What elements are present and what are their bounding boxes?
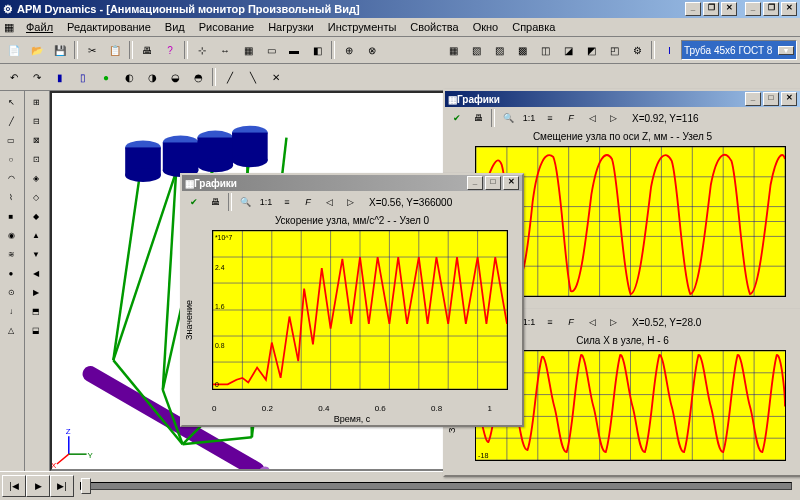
g2-close-button[interactable]: ✕ <box>781 92 797 106</box>
mod6-icon[interactable]: ◇ <box>26 188 46 206</box>
mod4-icon[interactable]: ⊡ <box>26 150 46 168</box>
view2-icon[interactable]: ▧ <box>465 39 487 61</box>
open-icon[interactable]: 📂 <box>26 39 48 61</box>
g2-zoom-icon[interactable]: 🔍 <box>498 108 518 128</box>
misc1-icon[interactable]: ◐ <box>118 66 140 88</box>
mod13-icon[interactable]: ⬓ <box>26 321 46 339</box>
new-icon[interactable]: 📄 <box>3 39 25 61</box>
g1-print-icon[interactable]: 🖶 <box>205 192 225 212</box>
close-button[interactable]: ✕ <box>721 2 737 16</box>
joint-icon[interactable]: ⊙ <box>1 283 21 301</box>
cfg-icon[interactable]: ⚙ <box>626 39 648 61</box>
mod7-icon[interactable]: ◆ <box>26 207 46 225</box>
mod10-icon[interactable]: ◀ <box>26 264 46 282</box>
mod9-icon[interactable]: ▼ <box>26 245 46 263</box>
view4-icon[interactable]: ▩ <box>511 39 533 61</box>
g3-font-icon[interactable]: F <box>561 312 581 332</box>
box-icon[interactable]: ▭ <box>260 39 282 61</box>
g2-max-button[interactable]: □ <box>763 92 779 106</box>
view3-icon[interactable]: ▨ <box>488 39 510 61</box>
print-icon[interactable]: 🖶 <box>136 39 158 61</box>
link-icon[interactable]: ↔ <box>214 39 236 61</box>
play-play-button[interactable]: ▶ <box>26 475 50 497</box>
misc4-icon[interactable]: ◓ <box>187 66 209 88</box>
g2-line-icon[interactable]: ≡ <box>540 108 560 128</box>
select-icon[interactable]: ↖ <box>1 93 21 111</box>
graph2-title-bar[interactable]: ▦ Графики _ □ ✕ <box>445 91 800 107</box>
mod12-icon[interactable]: ⬒ <box>26 302 46 320</box>
time-slider[interactable] <box>80 482 792 490</box>
menu-loads[interactable]: Нагрузки <box>262 19 320 35</box>
undo-icon[interactable]: ↶ <box>3 66 25 88</box>
view1-icon[interactable]: ▦ <box>442 39 464 61</box>
rect-icon[interactable]: ▭ <box>1 131 21 149</box>
arc-icon[interactable]: ◠ <box>1 169 21 187</box>
g1-zoom-icon[interactable]: 🔍 <box>235 192 255 212</box>
g1-max-button[interactable]: □ <box>485 176 501 190</box>
g3-next-icon[interactable]: ▷ <box>603 312 623 332</box>
mdi-restore-button[interactable]: ❐ <box>763 2 779 16</box>
g1-font-icon[interactable]: F <box>298 192 318 212</box>
mdi-close-button[interactable]: ✕ <box>781 2 797 16</box>
draw2-icon[interactable]: ╲ <box>242 66 264 88</box>
g2-font-icon[interactable]: F <box>561 108 581 128</box>
mod11-icon[interactable]: ▶ <box>26 283 46 301</box>
g2-fit-icon[interactable]: 1:1 <box>519 108 539 128</box>
menu-tools[interactable]: Инструменты <box>322 19 403 35</box>
mass-icon[interactable]: ● <box>1 264 21 282</box>
g1-next-icon[interactable]: ▷ <box>340 192 360 212</box>
wire-icon[interactable]: ⌇ <box>1 188 21 206</box>
paste-icon[interactable]: 📋 <box>104 39 126 61</box>
g3-line-icon[interactable]: ≡ <box>540 312 560 332</box>
load-icon[interactable]: ↓ <box>1 302 21 320</box>
maximize-button[interactable]: ❐ <box>703 2 719 16</box>
menu-draw[interactable]: Рисование <box>193 19 260 35</box>
grid-icon[interactable]: ▦ <box>237 39 259 61</box>
play-prev-button[interactable]: |◀ <box>2 475 26 497</box>
menu-file[interactable]: Файл <box>20 19 59 35</box>
g2-min-button[interactable]: _ <box>745 92 761 106</box>
node-icon[interactable]: ⊹ <box>191 39 213 61</box>
g1-fit-icon[interactable]: 1:1 <box>256 192 276 212</box>
misc3-icon[interactable]: ◒ <box>164 66 186 88</box>
filter-icon[interactable]: ◧ <box>306 39 328 61</box>
mod1-icon[interactable]: ⊞ <box>26 93 46 111</box>
save-icon[interactable]: 💾 <box>49 39 71 61</box>
g1-prev-icon[interactable]: ◁ <box>319 192 339 212</box>
g1-line-icon[interactable]: ≡ <box>277 192 297 212</box>
mod3-icon[interactable]: ⊠ <box>26 131 46 149</box>
menu-edit[interactable]: Редактирование <box>61 19 157 35</box>
mod8-icon[interactable]: ▲ <box>26 226 46 244</box>
view5-icon[interactable]: ◫ <box>534 39 556 61</box>
tool-b-icon[interactable]: ⊗ <box>361 39 383 61</box>
section-icon[interactable]: Ⅰ <box>658 39 680 61</box>
tool-a-icon[interactable]: ⊕ <box>338 39 360 61</box>
menu-view[interactable]: Вид <box>159 19 191 35</box>
menu-window[interactable]: Окно <box>467 19 505 35</box>
help-icon[interactable]: ? <box>159 39 181 61</box>
minimize-button[interactable]: _ <box>685 2 701 16</box>
spring-icon[interactable]: ≋ <box>1 245 21 263</box>
blue1-icon[interactable]: ▮ <box>49 66 71 88</box>
section-combo[interactable]: Труба 45x6 ГОСТ 8▼ <box>681 40 797 60</box>
cut-icon[interactable]: ✂ <box>81 39 103 61</box>
play-next-button[interactable]: ▶| <box>50 475 74 497</box>
view6-icon[interactable]: ◪ <box>557 39 579 61</box>
mod5-icon[interactable]: ◈ <box>26 169 46 187</box>
g3-prev-icon[interactable]: ◁ <box>582 312 602 332</box>
solid-icon[interactable]: ■ <box>1 207 21 225</box>
line-icon[interactable]: ╱ <box>1 112 21 130</box>
g2-ok-icon[interactable]: ✔ <box>447 108 467 128</box>
g2-print-icon[interactable]: 🖶 <box>468 108 488 128</box>
draw1-icon[interactable]: ╱ <box>219 66 241 88</box>
g1-close-button[interactable]: ✕ <box>503 176 519 190</box>
g2-prev-icon[interactable]: ◁ <box>582 108 602 128</box>
cyl-icon[interactable]: ◉ <box>1 226 21 244</box>
g1-ok-icon[interactable]: ✔ <box>184 192 204 212</box>
green1-icon[interactable]: ● <box>95 66 117 88</box>
support-icon[interactable]: △ <box>1 321 21 339</box>
graph1-title-bar[interactable]: ▦ Графики _ □ ✕ <box>182 175 522 191</box>
draw3-icon[interactable]: ✕ <box>265 66 287 88</box>
blue2-icon[interactable]: ▯ <box>72 66 94 88</box>
g2-next-icon[interactable]: ▷ <box>603 108 623 128</box>
